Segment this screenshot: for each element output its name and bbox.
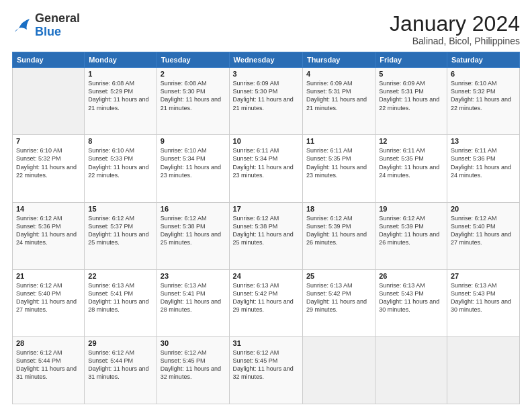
day-number: 26: [379, 272, 443, 280]
day-info: Sunrise: 6:12 AM Sunset: 5:39 PM Dayligh…: [379, 214, 443, 247]
day-info: Sunrise: 6:12 AM Sunset: 5:38 PM Dayligh…: [161, 214, 226, 247]
day-number: 22: [88, 272, 153, 280]
calendar-table: SundayMondayTuesdayWednesdayThursdayFrid…: [12, 52, 520, 404]
logo-text: General Blue: [35, 12, 80, 39]
day-number: 24: [233, 272, 299, 280]
calendar-cell: 29Sunrise: 6:12 AM Sunset: 5:44 PM Dayli…: [85, 336, 157, 404]
calendar-cell: 5Sunrise: 6:09 AM Sunset: 5:31 PM Daylig…: [375, 68, 447, 135]
week-row-4: 21Sunrise: 6:12 AM Sunset: 5:40 PM Dayli…: [13, 269, 520, 336]
day-info: Sunrise: 6:12 AM Sunset: 5:44 PM Dayligh…: [16, 349, 81, 381]
day-number: 30: [161, 339, 226, 347]
calendar-cell: 12Sunrise: 6:11 AM Sunset: 5:35 PM Dayli…: [375, 135, 447, 202]
calendar-cell: 6Sunrise: 6:10 AM Sunset: 5:32 PM Daylig…: [447, 68, 519, 135]
month-title: January 2024: [390, 12, 520, 36]
calendar-cell: [13, 68, 85, 135]
calendar-body: 1Sunrise: 6:08 AM Sunset: 5:29 PM Daylig…: [13, 68, 520, 404]
day-info: Sunrise: 6:09 AM Sunset: 5:31 PM Dayligh…: [379, 79, 443, 112]
day-info: Sunrise: 6:10 AM Sunset: 5:32 PM Dayligh…: [16, 146, 81, 179]
subtitle: Balinad, Bicol, Philippines: [390, 36, 520, 46]
calendar-cell: 27Sunrise: 6:13 AM Sunset: 5:43 PM Dayli…: [447, 269, 519, 336]
day-info: Sunrise: 6:12 AM Sunset: 5:45 PM Dayligh…: [161, 349, 226, 381]
day-info: Sunrise: 6:11 AM Sunset: 5:36 PM Dayligh…: [451, 146, 516, 179]
logo: General Blue: [12, 12, 80, 39]
logo-blue: Blue: [35, 26, 80, 39]
calendar-cell: 25Sunrise: 6:13 AM Sunset: 5:42 PM Dayli…: [302, 269, 375, 336]
day-number: 16: [161, 205, 226, 213]
day-info: Sunrise: 6:11 AM Sunset: 5:35 PM Dayligh…: [306, 146, 371, 179]
calendar-cell: 22Sunrise: 6:13 AM Sunset: 5:41 PM Dayli…: [85, 269, 157, 336]
day-info: Sunrise: 6:11 AM Sunset: 5:35 PM Dayligh…: [379, 146, 443, 179]
day-number: 29: [88, 339, 153, 347]
day-info: Sunrise: 6:10 AM Sunset: 5:33 PM Dayligh…: [88, 146, 153, 179]
calendar-cell: 13Sunrise: 6:11 AM Sunset: 5:36 PM Dayli…: [447, 135, 519, 202]
day-info: Sunrise: 6:08 AM Sunset: 5:30 PM Dayligh…: [161, 79, 226, 112]
title-block: January 2024 Balinad, Bicol, Philippines: [390, 12, 520, 46]
calendar-cell: 4Sunrise: 6:09 AM Sunset: 5:31 PM Daylig…: [302, 68, 375, 135]
day-header-wednesday: Wednesday: [229, 52, 302, 68]
day-number: 1: [88, 70, 153, 78]
calendar-cell: 2Sunrise: 6:08 AM Sunset: 5:30 PM Daylig…: [157, 68, 229, 135]
day-header-monday: Monday: [85, 52, 157, 68]
day-number: 3: [233, 70, 299, 78]
day-number: 25: [306, 272, 371, 280]
day-number: 23: [161, 272, 226, 280]
calendar-cell: 17Sunrise: 6:12 AM Sunset: 5:38 PM Dayli…: [229, 202, 302, 269]
calendar-cell: 26Sunrise: 6:13 AM Sunset: 5:43 PM Dayli…: [375, 269, 447, 336]
day-number: 6: [451, 70, 516, 78]
logo-general: General: [35, 12, 80, 26]
day-info: Sunrise: 6:13 AM Sunset: 5:43 PM Dayligh…: [451, 281, 516, 314]
day-number: 28: [16, 339, 81, 347]
day-info: Sunrise: 6:10 AM Sunset: 5:32 PM Dayligh…: [451, 79, 516, 112]
day-number: 27: [451, 272, 516, 280]
calendar-cell: 20Sunrise: 6:12 AM Sunset: 5:40 PM Dayli…: [447, 202, 519, 269]
header: General Blue January 2024 Balinad, Bicol…: [12, 12, 520, 46]
day-number: 5: [379, 70, 443, 78]
day-header-friday: Friday: [375, 52, 447, 68]
calendar-cell: 1Sunrise: 6:08 AM Sunset: 5:29 PM Daylig…: [85, 68, 157, 135]
day-info: Sunrise: 6:12 AM Sunset: 5:36 PM Dayligh…: [16, 214, 81, 247]
calendar-cell: 23Sunrise: 6:13 AM Sunset: 5:41 PM Dayli…: [157, 269, 229, 336]
day-info: Sunrise: 6:12 AM Sunset: 5:37 PM Dayligh…: [88, 214, 153, 247]
day-number: 8: [88, 137, 153, 145]
calendar-cell: 14Sunrise: 6:12 AM Sunset: 5:36 PM Dayli…: [13, 202, 85, 269]
page: General Blue January 2024 Balinad, Bicol…: [0, 0, 532, 411]
day-header-sunday: Sunday: [13, 52, 85, 68]
week-row-1: 1Sunrise: 6:08 AM Sunset: 5:29 PM Daylig…: [13, 68, 520, 135]
calendar-cell: [447, 336, 519, 404]
calendar-cell: 3Sunrise: 6:09 AM Sunset: 5:30 PM Daylig…: [229, 68, 302, 135]
calendar-cell: 9Sunrise: 6:10 AM Sunset: 5:34 PM Daylig…: [157, 135, 229, 202]
day-number: 13: [451, 137, 516, 145]
day-info: Sunrise: 6:13 AM Sunset: 5:42 PM Dayligh…: [306, 281, 371, 314]
day-number: 17: [233, 205, 299, 213]
day-number: 11: [306, 137, 371, 145]
calendar-header: SundayMondayTuesdayWednesdayThursdayFrid…: [13, 52, 520, 68]
calendar-cell: 21Sunrise: 6:12 AM Sunset: 5:40 PM Dayli…: [13, 269, 85, 336]
day-info: Sunrise: 6:12 AM Sunset: 5:44 PM Dayligh…: [88, 349, 153, 381]
day-number: 12: [379, 137, 443, 145]
calendar-cell: 28Sunrise: 6:12 AM Sunset: 5:44 PM Dayli…: [13, 336, 85, 404]
day-number: 19: [379, 205, 443, 213]
day-info: Sunrise: 6:12 AM Sunset: 5:40 PM Dayligh…: [451, 214, 516, 247]
day-info: Sunrise: 6:11 AM Sunset: 5:34 PM Dayligh…: [233, 146, 299, 179]
day-info: Sunrise: 6:09 AM Sunset: 5:31 PM Dayligh…: [306, 79, 371, 112]
day-info: Sunrise: 6:13 AM Sunset: 5:41 PM Dayligh…: [88, 281, 153, 314]
day-info: Sunrise: 6:10 AM Sunset: 5:34 PM Dayligh…: [161, 146, 226, 179]
day-number: 7: [16, 137, 81, 145]
logo-bird-icon: [12, 16, 32, 35]
day-number: 20: [451, 205, 516, 213]
day-info: Sunrise: 6:12 AM Sunset: 5:39 PM Dayligh…: [306, 214, 371, 247]
calendar-cell: 8Sunrise: 6:10 AM Sunset: 5:33 PM Daylig…: [85, 135, 157, 202]
day-header-tuesday: Tuesday: [157, 52, 229, 68]
week-row-5: 28Sunrise: 6:12 AM Sunset: 5:44 PM Dayli…: [13, 336, 520, 404]
day-number: 9: [161, 137, 226, 145]
day-info: Sunrise: 6:08 AM Sunset: 5:29 PM Dayligh…: [88, 79, 153, 112]
day-info: Sunrise: 6:12 AM Sunset: 5:45 PM Dayligh…: [233, 349, 299, 381]
week-row-2: 7Sunrise: 6:10 AM Sunset: 5:32 PM Daylig…: [13, 135, 520, 202]
day-number: 10: [233, 137, 299, 145]
calendar-cell: 31Sunrise: 6:12 AM Sunset: 5:45 PM Dayli…: [229, 336, 302, 404]
day-number: 15: [88, 205, 153, 213]
day-number: 18: [306, 205, 371, 213]
day-info: Sunrise: 6:12 AM Sunset: 5:40 PM Dayligh…: [16, 281, 81, 314]
day-info: Sunrise: 6:13 AM Sunset: 5:41 PM Dayligh…: [161, 281, 226, 314]
day-number: 31: [233, 339, 299, 347]
